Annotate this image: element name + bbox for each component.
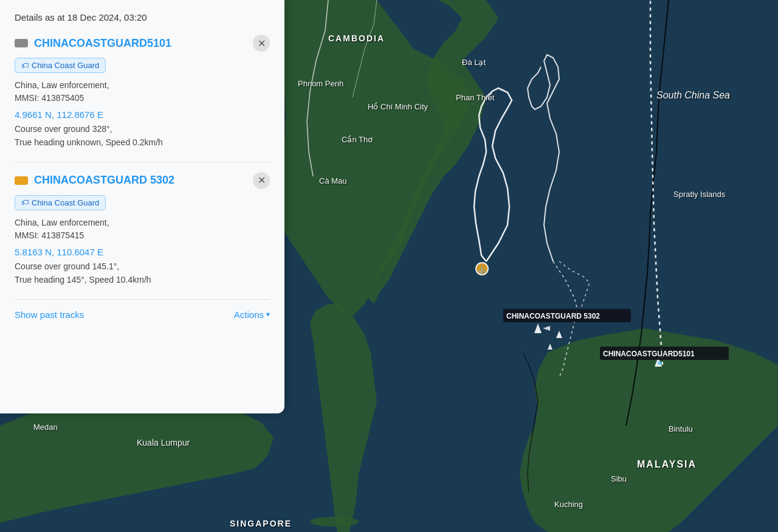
svg-text:CHINACOASTGUARD 5302: CHINACOASTGUARD 5302 bbox=[506, 312, 600, 320]
vessel-course-2: Course over ground 145.1°, True heading … bbox=[15, 260, 270, 287]
vessel-icon-2 bbox=[15, 176, 28, 185]
divider bbox=[15, 162, 270, 162]
vessel-coords-2[interactable]: 5.8163 N, 110.6047 E bbox=[15, 247, 270, 257]
vessel-close-btn-1[interactable]: ✕ bbox=[253, 35, 270, 52]
vessel-tag-2[interactable]: 🏷 China Coast Guard bbox=[15, 195, 106, 210]
vessel-title-row-1: CHINACOASTGUARD5101 ✕ bbox=[15, 35, 270, 52]
tag-icon-1: 🏷 bbox=[21, 61, 29, 70]
svg-text:⚓: ⚓ bbox=[478, 265, 486, 274]
panel-header: Details as at 18 Dec 2024, 03:20 bbox=[15, 12, 270, 22]
svg-text:CHINACOASTGUARD5101: CHINACOASTGUARD5101 bbox=[603, 350, 695, 358]
vessel-course-1: Course over ground 328°, True heading un… bbox=[15, 122, 270, 150]
vessel-icon-1 bbox=[15, 39, 28, 47]
svg-point-14 bbox=[658, 361, 661, 365]
vessel-title-row-2: CHINACOASTGUARD 5302 ✕ bbox=[15, 172, 270, 189]
vessel-name-1[interactable]: CHINACOASTGUARD5101 bbox=[34, 37, 253, 50]
vessel-coords-1[interactable]: 4.9661 N, 112.8676 E bbox=[15, 109, 270, 120]
vessel-close-btn-2[interactable]: ✕ bbox=[253, 172, 270, 189]
chevron-down-icon: ▾ bbox=[266, 310, 270, 319]
svg-point-6 bbox=[310, 517, 359, 527]
tag-icon-2: 🏷 bbox=[21, 198, 29, 207]
vessel-meta-1: China, Law enforcement, MMSI: 413875405 bbox=[15, 79, 270, 105]
vessel-tag-1[interactable]: 🏷 China Coast Guard bbox=[15, 58, 106, 73]
side-panel: Details as at 18 Dec 2024, 03:20 CHINACO… bbox=[0, 0, 284, 413]
panel-footer: Show past tracks Actions ▾ bbox=[15, 299, 270, 332]
show-past-tracks-button[interactable]: Show past tracks bbox=[15, 309, 84, 320]
vessel-meta-2: China, Law enforcement, MMSI: 413875415 bbox=[15, 216, 270, 242]
vessel-name-2[interactable]: CHINACOASTGUARD 5302 bbox=[34, 174, 253, 187]
vessel-card-1: CHINACOASTGUARD5101 ✕ 🏷 China Coast Guar… bbox=[15, 35, 270, 150]
actions-button[interactable]: Actions ▾ bbox=[234, 309, 270, 320]
vessel-card-2: CHINACOASTGUARD 5302 ✕ 🏷 China Coast Gua… bbox=[15, 172, 270, 287]
